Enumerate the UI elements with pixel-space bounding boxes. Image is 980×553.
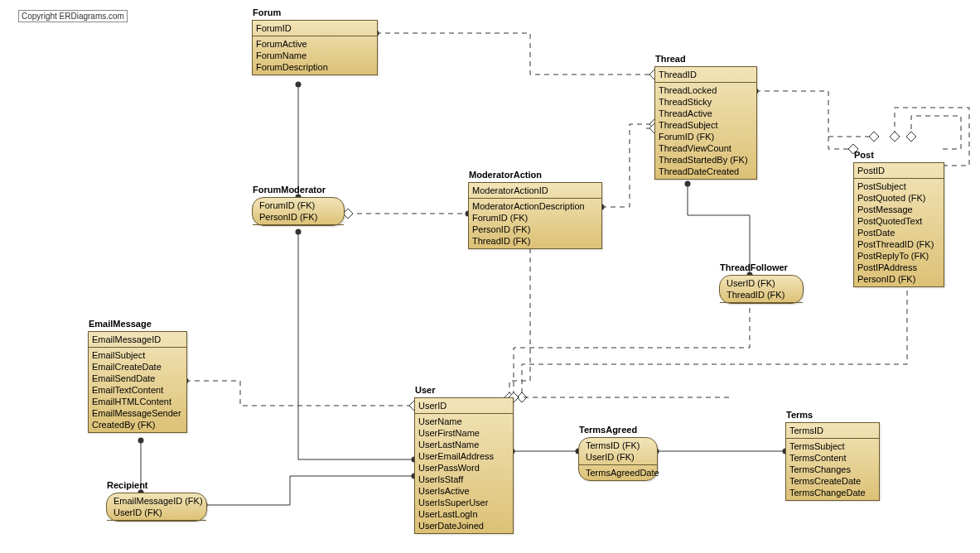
attr-row: PostIPAddress	[857, 262, 940, 273]
attr-row: UserEmailAddress	[418, 450, 509, 462]
key-row: UserID (FK)	[113, 507, 200, 518]
attr-row: ThreadViewCount	[659, 142, 753, 154]
entity-title: Thread	[655, 54, 686, 64]
attr-row: ThreadSubject	[659, 119, 753, 131]
attr-row: ThreadID (FK)	[472, 235, 598, 247]
entity-moderatoraction: ModeratorAction ModeratorActionID Modera…	[468, 182, 602, 249]
attr-row: CreatedBy (FK)	[92, 419, 183, 430]
entity-user: User UserID UserName UserFirstName UserL…	[414, 397, 514, 534]
entity-title: EmailMessage	[89, 319, 152, 329]
key-row: UserID (FK)	[727, 277, 796, 289]
entity-title: Post	[854, 150, 874, 160]
copyright-label: Copyright ERDiagrams.com	[18, 10, 128, 22]
attr-row: ForumID (FK)	[659, 131, 753, 142]
attr-row: PostReplyTo (FK)	[857, 250, 940, 262]
assoc-title: TermsAgreed	[579, 425, 637, 435]
attr-row: ThreadActive	[659, 108, 753, 119]
attr-row: PostDate	[857, 227, 940, 238]
key-row: ThreadID	[659, 69, 753, 80]
attr-row: UserPassWord	[418, 462, 509, 474]
assoc-threadfollower: ThreadFollower UserID (FK) ThreadID (FK)	[719, 275, 804, 304]
assoc-title: ThreadFollower	[720, 262, 788, 272]
entity-title: User	[415, 385, 435, 395]
attr-row: ModeratorActionDescription	[472, 200, 598, 212]
attr-row: PostSubject	[857, 180, 940, 192]
entity-title: Terms	[786, 410, 813, 420]
key-row: ForumID	[256, 22, 374, 34]
attr-row: TermsContent	[789, 452, 876, 464]
attr-row: TermsChanges	[789, 464, 876, 475]
assoc-title: ForumModerator	[253, 185, 326, 195]
key-row: EmailMessageID (FK)	[113, 495, 200, 507]
assoc-termsagreed: TermsAgreed TermsID (FK) UserID (FK) Ter…	[578, 437, 658, 481]
attr-row: PostThreadID (FK)	[857, 238, 940, 250]
entity-forum: Forum ForumID ForumActive ForumName Foru…	[252, 20, 378, 75]
attr-row: EmailTextContent	[92, 384, 183, 396]
attr-row: UserLastLogIn	[418, 508, 509, 520]
attr-row: ThreadDateCreated	[659, 166, 753, 177]
attr-row: UserIsSuperUser	[418, 497, 509, 508]
attr-row: UserName	[418, 416, 509, 427]
attr-row: TermsSubject	[789, 440, 876, 452]
attr-row: PersonID (FK)	[472, 224, 598, 235]
key-row: UserID (FK)	[586, 451, 650, 463]
entity-emailmessage: EmailMessage EmailMessageID EmailSubject…	[88, 331, 187, 433]
attr-row: TermsChangeDate	[789, 487, 876, 498]
attr-row: ForumID (FK)	[472, 212, 598, 224]
attr-row: UserDateJoined	[418, 520, 509, 531]
key-row: TermsID (FK)	[586, 440, 650, 451]
attr-row: TermsAgreedDate	[586, 467, 650, 478]
key-row: ModeratorActionID	[472, 185, 598, 196]
key-row: PostID	[857, 165, 940, 176]
attr-row: ForumDescription	[256, 61, 374, 73]
attr-row: EmailCreateDate	[92, 361, 183, 373]
attr-row: UserFirstName	[418, 427, 509, 439]
attr-row: UserIsStaff	[418, 474, 509, 485]
attr-row: ForumActive	[256, 38, 374, 50]
attr-row: EmailMessageSender	[92, 407, 183, 419]
attr-row: UserIsActive	[418, 485, 509, 497]
attr-row: EmailSubject	[92, 349, 183, 361]
attr-row: EmailHTMLContent	[92, 396, 183, 407]
attr-row: PostQuoted (FK)	[857, 192, 940, 204]
attr-row: PersonID (FK)	[857, 273, 940, 285]
key-row: ThreadID (FK)	[727, 289, 796, 301]
assoc-title: Recipient	[107, 480, 148, 490]
attr-row: ThreadSticky	[659, 96, 753, 108]
entity-title: ModeratorAction	[469, 170, 542, 180]
attr-row: ForumName	[256, 50, 374, 61]
attr-row: UserLastName	[418, 439, 509, 450]
assoc-forummoderator: ForumModerator ForumID (FK) PersonID (FK…	[252, 197, 345, 226]
entity-terms: Terms TermsID TermsSubject TermsContent …	[785, 422, 880, 501]
entity-post: Post PostID PostSubject PostQuoted (FK) …	[853, 162, 944, 287]
entity-thread: Thread ThreadID ThreadLocked ThreadStick…	[654, 66, 757, 180]
assoc-recipient: Recipient EmailMessageID (FK) UserID (FK…	[106, 493, 207, 522]
entity-title: Forum	[253, 7, 281, 17]
key-row: ForumID (FK)	[259, 200, 337, 211]
attr-row: ThreadLocked	[659, 84, 753, 96]
key-row: EmailMessageID	[92, 334, 183, 345]
attr-row: TermsCreateDate	[789, 475, 876, 487]
key-row: TermsID	[789, 425, 876, 436]
key-row: UserID	[418, 400, 509, 411]
attr-row: ThreadStartedBy (FK)	[659, 154, 753, 166]
attr-row: PostMessage	[857, 204, 940, 215]
copyright-text: Copyright ERDiagrams.com	[22, 12, 124, 21]
attr-row: EmailSendDate	[92, 373, 183, 384]
key-row: PersonID (FK)	[259, 211, 337, 223]
attr-row: PostQuotedText	[857, 215, 940, 227]
